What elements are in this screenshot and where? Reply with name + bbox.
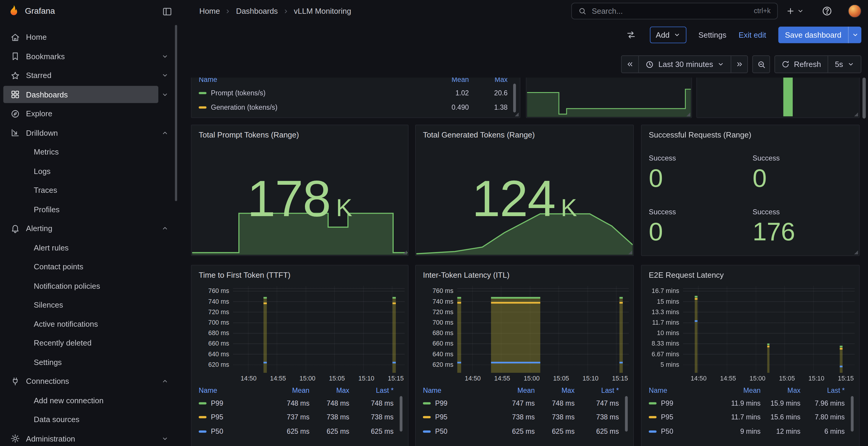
breadcrumb-dashboards[interactable]: Dashboards: [236, 7, 278, 16]
y-axis: 760 ms740 ms720 ms700 ms680 ms660 ms640 …: [191, 286, 229, 370]
latency-bar: [695, 296, 698, 373]
sidebar-item-metrics[interactable]: Metrics: [3, 144, 172, 160]
add-panel-button[interactable]: Add: [650, 27, 686, 43]
series-toggle[interactable]: P99: [423, 399, 493, 407]
sidebar-item-home[interactable]: Home: [3, 29, 172, 46]
series-toggle[interactable]: Generation (tokens/s): [198, 104, 425, 112]
new-menu-button[interactable]: [786, 4, 804, 18]
chevron-down-icon[interactable]: [158, 72, 172, 79]
zoom-out-button[interactable]: [752, 55, 770, 73]
refresh-interval-picker[interactable]: 5s: [828, 56, 861, 72]
sidebar-item-alerting[interactable]: Alerting: [3, 220, 158, 237]
chevron-up-icon[interactable]: [158, 225, 172, 232]
save-options-button[interactable]: [848, 27, 861, 43]
time-shift-back-button[interactable]: [622, 56, 639, 72]
sidebar-item-add-new-connection[interactable]: Add new connection: [3, 392, 172, 409]
sidebar-item-alerting-settings[interactable]: Settings: [3, 354, 172, 371]
stat-cell: Success 0: [649, 202, 748, 256]
time-range-picker[interactable]: Last 30 minutes: [638, 56, 731, 72]
sidebar-item-logs[interactable]: Logs: [3, 162, 172, 179]
legend-row: P99 748 ms 748 ms 748 ms: [198, 396, 393, 410]
stat-cell: Success 0: [649, 149, 748, 202]
series-color-swatch: [198, 92, 207, 94]
panel-total-prompt-tokens: Total Prompt Tokens (Range) 178K: [191, 125, 408, 256]
series-color-swatch: [198, 430, 207, 433]
chevron-down-icon[interactable]: [158, 53, 172, 59]
dock-sidebar-button[interactable]: [161, 6, 173, 18]
keyboard-shortcut-hint: ctrl+k: [754, 7, 771, 15]
sidebar-item-bookmarks[interactable]: Bookmarks: [3, 48, 158, 65]
panel-token-throughput-legend: Name Mean Max Prompt (tokens/s) 1.02 20.…: [191, 78, 520, 118]
sidebar-item-silences[interactable]: Silences: [3, 296, 172, 313]
series-toggle[interactable]: P95: [198, 413, 267, 421]
series-color-swatch: [423, 430, 431, 433]
series-toggle[interactable]: P50: [198, 427, 267, 435]
apps-grid-icon: [10, 90, 20, 99]
search-box[interactable]: ctrl+k: [571, 3, 778, 20]
refresh-button[interactable]: Refresh: [775, 56, 828, 72]
legend-scrollbar[interactable]: [851, 396, 854, 432]
legend-scrollbar[interactable]: [400, 396, 402, 432]
sidebar-item-notification-policies[interactable]: Notification policies: [3, 277, 172, 294]
legend-scrollbar[interactable]: [625, 396, 627, 432]
grafana-home-link[interactable]: Grafana: [8, 4, 55, 17]
chevron-down-icon[interactable]: [158, 91, 172, 98]
sidebar-item-starred[interactable]: Starred: [3, 67, 158, 84]
chevrons-left-icon: [626, 60, 634, 68]
sidebar-item-recently-deleted[interactable]: Recently deleted: [3, 334, 172, 352]
sidebar-item-active-notifications[interactable]: Active notifications: [3, 315, 172, 332]
help-button[interactable]: [822, 6, 833, 17]
series-toggle[interactable]: P95: [423, 413, 493, 421]
series-toggle[interactable]: P50: [423, 427, 493, 435]
series-toggle[interactable]: P99: [198, 399, 267, 407]
exit-edit-button[interactable]: Exit edit: [739, 30, 766, 39]
series-toggle[interactable]: P50: [649, 427, 719, 435]
latency-bar: [264, 297, 267, 373]
panel-title[interactable]: Total Generated Tokens (Range): [423, 130, 535, 139]
sidebar-item-data-sources[interactable]: Data sources: [3, 411, 172, 428]
user-avatar[interactable]: [848, 4, 861, 18]
sidebar-item-dashboards[interactable]: Dashboards: [3, 86, 158, 103]
breadcrumb-home[interactable]: Home: [199, 7, 220, 16]
panel-token-throughput-chart: [526, 78, 692, 118]
panel-title[interactable]: Total Prompt Tokens (Range): [198, 130, 299, 139]
sidebar-item-traces[interactable]: Traces: [3, 181, 172, 199]
series-toggle[interactable]: P95: [649, 413, 719, 421]
sidebar-item-drilldown[interactable]: Drilldown: [3, 124, 158, 141]
legend-header: Name Mean Max Last *: [649, 385, 845, 396]
chevron-up-icon[interactable]: [158, 378, 172, 384]
latency-bar: [619, 297, 623, 373]
sidebar-scrollbar[interactable]: [175, 25, 177, 201]
sidebar-item-profiles[interactable]: Profiles: [3, 201, 172, 218]
panel-resize-handle[interactable]: [686, 112, 690, 116]
settings-button[interactable]: Settings: [699, 30, 726, 39]
chevron-up-icon[interactable]: [158, 129, 172, 136]
page-scrollbar[interactable]: [862, 78, 866, 118]
sidebar-item-administration[interactable]: Administration: [3, 430, 158, 446]
sidebar-item-connections[interactable]: Connections: [3, 373, 158, 390]
edit-pane-toggle-button[interactable]: [624, 28, 638, 41]
sidebar-item-alert-rules[interactable]: Alert rules: [3, 239, 172, 256]
sidebar-item-explore[interactable]: Explore: [3, 105, 172, 122]
legend-scrollbar[interactable]: [513, 84, 516, 112]
search-input[interactable]: [590, 6, 749, 16]
panel-title[interactable]: Inter-Token Latency (ITL): [423, 270, 509, 279]
grafana-app: Grafana Home Dashboards vLLM Monitoring …: [0, 0, 868, 446]
series-toggle[interactable]: P99: [649, 399, 719, 407]
panel-resize-handle[interactable]: [854, 112, 858, 116]
panel-resize-handle[interactable]: [403, 250, 407, 255]
save-dashboard-button[interactable]: Save dashboard: [778, 27, 861, 43]
panel-title[interactable]: Time to First Token (TTFT): [198, 270, 290, 279]
edit-toolbar: Add Settings Exit edit Save dashboard: [177, 22, 868, 48]
sidebar-item-contact-points[interactable]: Contact points: [3, 258, 172, 275]
panel-title[interactable]: E2E Request Latency: [649, 270, 724, 279]
panel-resize-handle[interactable]: [515, 112, 519, 116]
chevron-right-icon: [225, 8, 231, 14]
panel-resize-handle[interactable]: [854, 250, 858, 255]
chevron-down-icon[interactable]: [158, 435, 172, 442]
panel-resize-handle[interactable]: [628, 250, 632, 255]
time-shift-forward-button[interactable]: [731, 56, 748, 72]
panel-ttft: Time to First Token (TTFT) 760 ms740 ms7…: [191, 265, 408, 446]
panel-title[interactable]: Successful Requests (Range): [649, 130, 751, 139]
series-toggle[interactable]: Prompt (tokens/s): [198, 89, 425, 97]
